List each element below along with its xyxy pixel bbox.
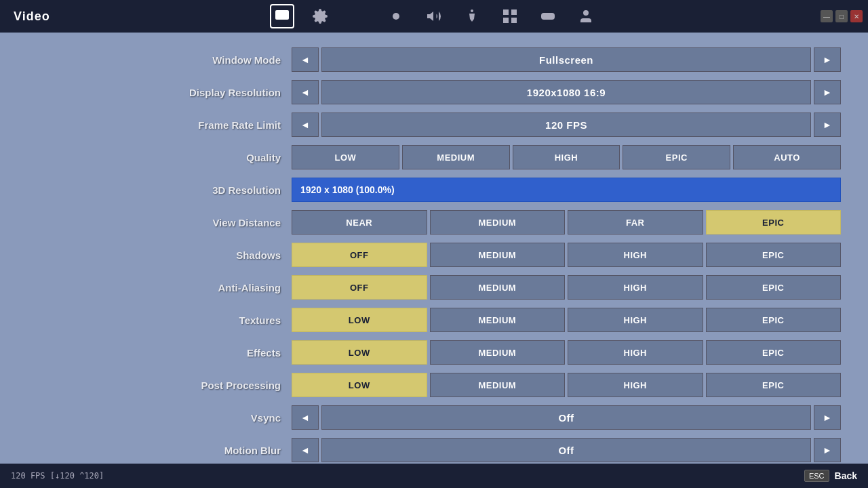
svg-rect-24: [511, 18, 517, 23]
label-textures: Textures: [27, 314, 292, 326]
status-bar: 120 FPS [↓120 ^120] ESC Back: [0, 464, 868, 488]
effects-option-epic[interactable]: EPIC: [706, 340, 842, 365]
esc-key[interactable]: ESC: [804, 470, 829, 482]
setting-row-display-resolution: Display Resolution◄1920x1080 16:9►: [27, 79, 841, 106]
control-shadows: OFFMEDIUMHIGHEPIC: [292, 243, 841, 267]
label-effects: Effects: [27, 347, 292, 359]
label-motion-blur: Motion Blur: [27, 445, 292, 456]
quality-option-medium[interactable]: MEDIUM: [402, 145, 510, 169]
textures-option-high[interactable]: HIGH: [568, 308, 703, 332]
esc-back-group: ESC Back: [804, 470, 857, 482]
shadows-option-off[interactable]: OFF: [292, 243, 427, 267]
control-display-resolution: ◄1920x1080 16:9►: [292, 80, 841, 104]
vsync-left-arrow[interactable]: ◄: [292, 405, 319, 430]
svg-point-20: [471, 9, 473, 12]
control-window-mode: ◄Fullscreen►: [292, 47, 841, 72]
anti-aliasing-option-off[interactable]: OFF: [292, 275, 427, 300]
shadows-option-medium[interactable]: MEDIUM: [430, 243, 566, 267]
textures-option-medium[interactable]: MEDIUM: [430, 308, 566, 332]
display-resolution-left-arrow[interactable]: ◄: [292, 80, 319, 104]
setting-row-anti-aliasing: Anti-AliasingOFFMEDIUMHIGHEPIC: [27, 274, 841, 301]
anti-aliasing-option-medium[interactable]: MEDIUM: [430, 275, 566, 300]
shadows-option-epic[interactable]: EPIC: [706, 243, 842, 267]
control-post-processing: LOWMEDIUMHIGHEPIC: [292, 373, 841, 397]
page-title: Video: [14, 9, 50, 24]
label-3d-resolution: 3D Resolution: [27, 184, 292, 196]
quality-option-epic[interactable]: EPIC: [623, 145, 730, 169]
quality-options: LOWMEDIUMHIGHEPICAUTO: [292, 145, 841, 169]
svg-rect-0: [275, 10, 289, 20]
maximize-button[interactable]: □: [835, 10, 848, 22]
control-textures: LOWMEDIUMHIGHEPIC: [292, 308, 841, 332]
svg-rect-25: [541, 13, 555, 20]
setting-row-view-distance: View DistanceNEARMEDIUMFAREPIC: [27, 209, 841, 236]
nav-controller[interactable]: [536, 4, 560, 28]
view-distance-option-medium[interactable]: MEDIUM: [430, 210, 566, 235]
control-anti-aliasing: OFFMEDIUMHIGHEPIC: [292, 275, 841, 300]
back-label[interactable]: Back: [835, 470, 857, 481]
minimize-button[interactable]: —: [821, 10, 833, 22]
quality-option-low[interactable]: LOW: [292, 145, 399, 169]
nav-network[interactable]: [498, 4, 522, 28]
view-distance-option-epic[interactable]: EPIC: [706, 210, 842, 235]
post-processing-option-low[interactable]: LOW: [292, 373, 427, 397]
svg-line-13: [391, 11, 391, 12]
display-resolution-right-arrow[interactable]: ►: [814, 80, 841, 104]
label-post-processing: Post Processing: [27, 380, 292, 391]
nav-video[interactable]: [270, 4, 294, 28]
setting-row-textures: TexturesLOWMEDIUMHIGHEPIC: [27, 306, 841, 333]
setting-row-shadows: ShadowsOFFMEDIUMHIGHEPIC: [27, 241, 841, 268]
control-effects: LOWMEDIUMHIGHEPIC: [292, 340, 841, 365]
effects-option-medium[interactable]: MEDIUM: [430, 340, 566, 365]
window-mode-left-arrow[interactable]: ◄: [292, 47, 319, 72]
setting-row-post-processing: Post ProcessingLOWMEDIUMHIGHEPIC: [27, 371, 841, 399]
nav-account[interactable]: [574, 4, 598, 28]
nav-brightness[interactable]: [384, 4, 408, 28]
textures-option-epic[interactable]: EPIC: [706, 308, 842, 332]
svg-rect-21: [503, 9, 509, 15]
nav-settings[interactable]: [308, 4, 332, 28]
motion-blur-value: Off: [321, 438, 811, 462]
anti-aliasing-options: OFFMEDIUMHIGHEPIC: [292, 275, 841, 300]
label-vsync: Vsync: [27, 412, 292, 424]
effects-option-low[interactable]: LOW: [292, 340, 427, 365]
label-display-resolution: Display Resolution: [27, 87, 292, 98]
svg-point-29: [549, 16, 550, 18]
control-3d-resolution: 1920 x 1080 (100.0%): [292, 178, 841, 202]
anti-aliasing-option-high[interactable]: HIGH: [568, 275, 703, 300]
svg-point-30: [583, 10, 589, 16]
nav-audio[interactable]: [422, 4, 446, 28]
label-anti-aliasing: Anti-Aliasing: [27, 282, 292, 293]
setting-row-frame-rate-limit: Frame Rate Limit◄120 FPS►: [27, 111, 841, 138]
label-quality: Quality: [27, 152, 292, 163]
frame-rate-limit-left-arrow[interactable]: ◄: [292, 113, 319, 137]
svg-point-10: [393, 13, 399, 20]
post-processing-option-medium[interactable]: MEDIUM: [430, 373, 566, 397]
3d-resolution-value[interactable]: 1920 x 1080 (100.0%): [292, 178, 841, 202]
post-processing-options: LOWMEDIUMHIGHEPIC: [292, 373, 841, 397]
quality-option-high[interactable]: HIGH: [513, 145, 620, 169]
view-distance-option-near[interactable]: NEAR: [292, 210, 427, 235]
vsync-right-arrow[interactable]: ►: [814, 405, 841, 430]
quality-option-auto[interactable]: AUTO: [733, 145, 841, 169]
nav-list[interactable]: [346, 4, 370, 28]
frame-rate-limit-right-arrow[interactable]: ►: [814, 113, 841, 137]
control-motion-blur: ◄Off►: [292, 438, 841, 462]
motion-blur-right-arrow[interactable]: ►: [814, 438, 841, 462]
nav-icons: [270, 4, 598, 28]
shadows-option-high[interactable]: HIGH: [568, 243, 703, 267]
view-distance-option-far[interactable]: FAR: [568, 210, 703, 235]
textures-option-low[interactable]: LOW: [292, 308, 427, 332]
close-button[interactable]: ✕: [850, 10, 863, 22]
control-vsync: ◄Off►: [292, 405, 841, 430]
fps-display: 120 FPS [↓120 ^120]: [11, 471, 104, 481]
nav-accessibility[interactable]: [460, 4, 484, 28]
anti-aliasing-option-epic[interactable]: EPIC: [706, 275, 842, 300]
motion-blur-left-arrow[interactable]: ◄: [292, 438, 319, 462]
shadows-options: OFFMEDIUMHIGHEPIC: [292, 243, 841, 267]
post-processing-option-epic[interactable]: EPIC: [706, 373, 842, 397]
window-mode-right-arrow[interactable]: ►: [814, 47, 841, 72]
effects-option-high[interactable]: HIGH: [568, 340, 703, 365]
setting-row-motion-blur: Motion Blur◄Off►: [27, 436, 841, 464]
post-processing-option-high[interactable]: HIGH: [568, 373, 703, 397]
